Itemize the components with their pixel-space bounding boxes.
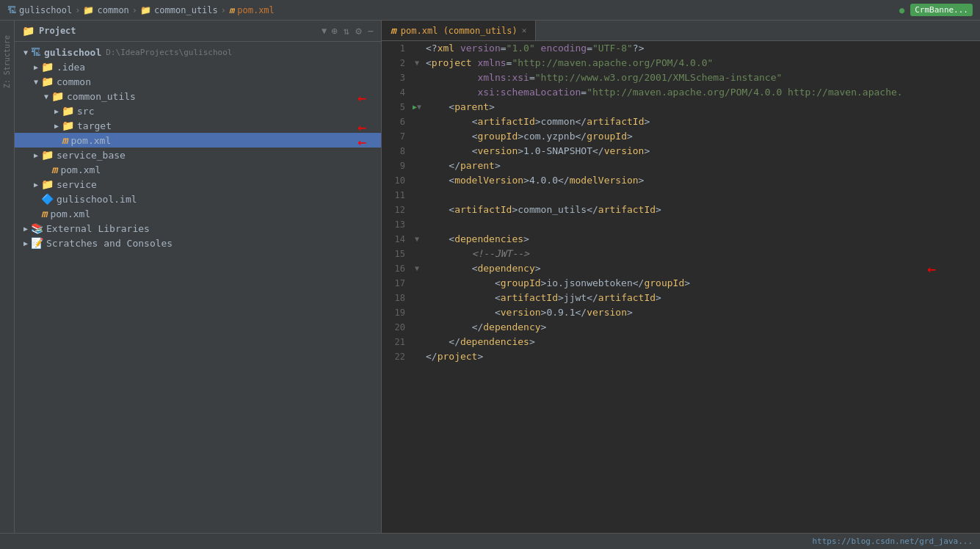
service-base-folder-icon: 📁 bbox=[41, 149, 54, 161]
code-line-13: 13 bbox=[382, 217, 980, 232]
code-line-20: 20 </dependency> bbox=[382, 320, 980, 335]
line-num-1: 1 bbox=[382, 41, 411, 56]
project-panel: 📁 Project ▼ ⊕ ⇅ ⚙ − ▼ 🏗 gulischool D:\Id… bbox=[15, 21, 382, 533]
tree-arrow-src[interactable]: ▶ bbox=[51, 107, 62, 115]
line-content-6: <artifactId>common</artifactId> bbox=[423, 114, 980, 129]
breadcrumb: 🏗 gulischool › 📁 common › 📁 common_utils… bbox=[7, 5, 275, 15]
src-folder-icon: 📁 bbox=[62, 105, 74, 117]
left-strip-label: Z: Structure bbox=[3, 35, 11, 88]
tree-item-gulischool-iml[interactable]: 🔷 gulischool.iml bbox=[15, 192, 381, 206]
line-content-18: <artifactId>jjwt</artifactId> bbox=[423, 291, 980, 305]
code-line-12: 12 <artifactId>common_utils</artifactId> bbox=[382, 203, 980, 217]
panel-title: Project bbox=[39, 26, 317, 36]
line-num-15: 15 bbox=[382, 247, 411, 261]
line-num-7: 7 bbox=[382, 129, 411, 144]
tree-arrow-idea[interactable]: ▶ bbox=[31, 63, 41, 71]
tree-arrow-target[interactable]: ▶ bbox=[51, 122, 62, 130]
line-content-14: <dependencies> bbox=[423, 232, 980, 247]
fold-icon-16[interactable]: ▼ bbox=[415, 261, 419, 276]
code-line-3: 3 xmlns:xsi="http://www.w3.org/2001/XMLS… bbox=[382, 70, 980, 85]
line-content-3: xmlns:xsi="http://www.w3.org/2001/XMLSch… bbox=[423, 70, 980, 85]
editor-content[interactable]: 1 <?xml version="1.0" encoding="UTF-8"?>… bbox=[382, 41, 980, 533]
tree-label-iml: gulischool.iml bbox=[57, 194, 137, 205]
pom-file-icon-sb: m bbox=[51, 164, 57, 175]
fold-icon-5[interactable]: ▼ bbox=[417, 100, 421, 114]
tab-close-icon[interactable]: ✕ bbox=[522, 26, 527, 35]
fold-icon-14[interactable]: ▼ bbox=[415, 232, 419, 247]
line-num-8: 8 bbox=[382, 144, 411, 159]
code-line-11: 11 bbox=[382, 188, 980, 203]
fold-icon-2[interactable]: ▼ bbox=[415, 56, 419, 70]
tree-item-target[interactable]: ▶ 📁 target ← bbox=[15, 118, 381, 133]
tree-item-pom-root[interactable]: m pom.xml bbox=[15, 206, 381, 221]
code-line-2: 2 ▼ <project xmlns="http://maven.apache.… bbox=[382, 56, 980, 70]
line-content-1: <?xml version="1.0" encoding="UTF-8"?> bbox=[423, 41, 980, 56]
panel-arrow-icon: ▼ bbox=[322, 26, 327, 36]
tree-item-gulischool[interactable]: ▼ 🏗 gulischool D:\IdeaProjects\gulischoo… bbox=[15, 45, 381, 59]
tree-item-service[interactable]: ▶ 📁 service bbox=[15, 177, 381, 192]
line-content-16: <dependency> bbox=[423, 261, 980, 276]
breadcrumb-item-2[interactable]: common bbox=[97, 5, 128, 15]
line-num-10: 10 bbox=[382, 173, 411, 188]
tree-arrow-gulischool[interactable]: ▼ bbox=[21, 48, 31, 57]
line-gutter-2: ▼ bbox=[411, 56, 423, 70]
code-line-6: 6 <artifactId>common</artifactId> bbox=[382, 114, 980, 129]
code-line-5: 5 ▶ ▼ <parent> bbox=[382, 100, 980, 114]
breadcrumb-item-1[interactable]: gulischool bbox=[19, 5, 72, 15]
line-num-17: 17 bbox=[382, 276, 411, 291]
tree-item-service-base[interactable]: ▶ 📁 service_base bbox=[15, 148, 381, 162]
line-num-11: 11 bbox=[382, 188, 411, 203]
iml-file-icon: 🔷 bbox=[41, 193, 54, 205]
breadcrumb-item-3[interactable]: common_utils bbox=[154, 5, 218, 15]
line-num-9: 9 bbox=[382, 159, 411, 173]
line-gutter-14: ▼ bbox=[411, 232, 423, 247]
tree-label-gulischool: gulischool bbox=[44, 47, 101, 58]
tree-item-pom-common-utils[interactable]: m pom.xml ← bbox=[15, 133, 381, 148]
code-line-1: 1 <?xml version="1.0" encoding="UTF-8"?> bbox=[382, 41, 980, 56]
crm-badge: CrmBanne... bbox=[910, 4, 973, 16]
sync-icon[interactable]: ⊕ bbox=[331, 25, 337, 37]
tree-item-common-utils[interactable]: ▼ 📁 common_utils ← bbox=[15, 89, 381, 103]
line-num-4: 4 bbox=[382, 85, 411, 100]
tree-arrow-common-utils[interactable]: ▼ bbox=[41, 92, 51, 101]
code-line-17: 17 <groupId>io.jsonwebtoken</groupId> bbox=[382, 276, 980, 291]
tree-label-pom-root: pom.xml bbox=[50, 208, 90, 219]
collapse-icon[interactable]: ⇅ bbox=[344, 25, 349, 37]
tree-arrow-ext-libs[interactable]: ▶ bbox=[21, 225, 31, 233]
code-line-22: 22 </project> bbox=[382, 349, 980, 364]
line-content-9: </parent> bbox=[423, 159, 980, 173]
line-num-18: 18 bbox=[382, 291, 411, 305]
tree-item-idea[interactable]: ▶ 📁 .idea bbox=[15, 59, 381, 74]
tree-item-common[interactable]: ▼ 📁 common bbox=[15, 74, 381, 89]
line-num-12: 12 bbox=[382, 203, 411, 217]
tree-label-common-utils: common_utils bbox=[67, 91, 136, 102]
tree-item-external-libs[interactable]: ▶ 📚 External Libraries bbox=[15, 221, 381, 236]
minimize-icon[interactable]: − bbox=[368, 25, 374, 37]
code-line-19: 19 <version>0.9.1</version> bbox=[382, 305, 980, 320]
settings-icon[interactable]: ⚙ bbox=[355, 25, 361, 37]
code-line-8: 8 <version>1.0-SNAPSHOT</version> bbox=[382, 144, 980, 159]
tree-item-pom-service-base[interactable]: m pom.xml bbox=[15, 162, 381, 177]
tree-arrow-scratches[interactable]: ▶ bbox=[21, 239, 31, 247]
editor-tab-pom[interactable]: m pom.xml (common_utils) ✕ bbox=[382, 21, 536, 40]
main-layout: Z: Structure 📁 Project ▼ ⊕ ⇅ ⚙ − ▼ 🏗 gul… bbox=[0, 21, 980, 533]
tab-pom-icon: m bbox=[391, 25, 396, 36]
code-line-9: 9 </parent> bbox=[382, 159, 980, 173]
tree-arrow-service-base[interactable]: ▶ bbox=[31, 151, 41, 159]
tree-item-scratches[interactable]: ▶ 📝 Scratches and Consoles bbox=[15, 236, 381, 250]
project-folder-icon: 🏗 bbox=[31, 46, 41, 58]
folder-icon-breadcrumb-1: 📁 bbox=[83, 5, 94, 15]
line-num-3: 3 bbox=[382, 70, 411, 85]
code-line-18: 18 <artifactId>jjwt</artifactId> bbox=[382, 291, 980, 305]
target-folder-icon: 📁 bbox=[62, 120, 74, 131]
idea-folder-icon: 📁 bbox=[41, 61, 54, 73]
line-num-6: 6 bbox=[382, 114, 411, 129]
tab-bar: m pom.xml (common_utils) ✕ bbox=[382, 21, 980, 41]
tree-item-src[interactable]: ▶ 📁 src bbox=[15, 103, 381, 118]
ext-libs-icon: 📚 bbox=[31, 222, 43, 234]
pom-file-icon-cu: m bbox=[62, 134, 68, 146]
tree-arrow-common[interactable]: ▼ bbox=[31, 78, 41, 86]
code-line-7: 7 <groupId>com.yzpnb</groupId> bbox=[382, 129, 980, 144]
tree-arrow-service[interactable]: ▶ bbox=[31, 181, 41, 189]
breadcrumb-item-4[interactable]: pom.xml bbox=[237, 5, 275, 15]
